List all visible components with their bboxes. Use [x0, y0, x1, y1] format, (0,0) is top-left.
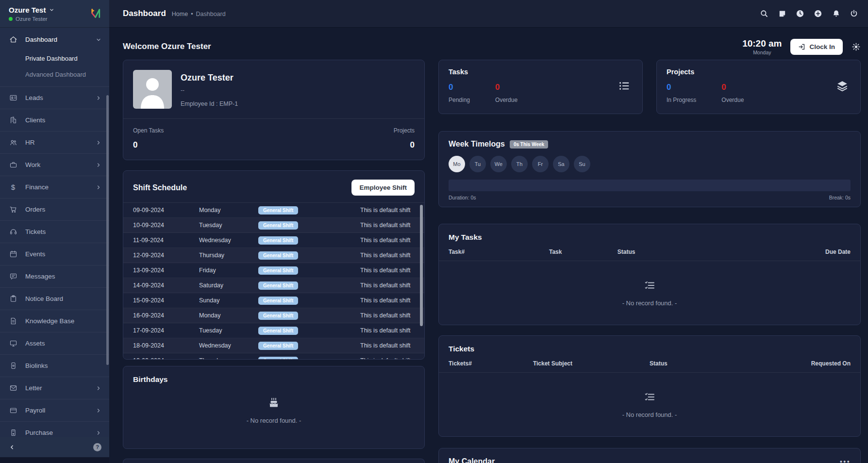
- weekday-fr[interactable]: Fr: [532, 156, 549, 172]
- shift-table-scrollbar[interactable]: [420, 205, 423, 326]
- sidebar-item-finance[interactable]: $Finance: [0, 176, 109, 198]
- weekday-sa[interactable]: Sa: [553, 156, 569, 172]
- shift-badge: General Shift: [258, 342, 298, 350]
- power-icon[interactable]: [850, 9, 858, 18]
- notifications-icon[interactable]: [832, 9, 840, 18]
- projects-card-title: Projects: [667, 68, 851, 76]
- payroll-icon: [9, 406, 17, 415]
- sidebar-subitem-advanced-dashboard[interactable]: Advanced Dashboard: [0, 66, 109, 83]
- orders-icon: [9, 205, 17, 214]
- sidebar: Ozure Test Ozure Tester Dashboard: [0, 0, 109, 463]
- shift-day: Thursday: [199, 357, 258, 359]
- weekday-tu[interactable]: Tu: [469, 156, 486, 172]
- clock-in-button[interactable]: Clock In: [790, 39, 843, 55]
- shift-row: 11-09-2024WednesdayGeneral ShiftThis is …: [123, 233, 424, 248]
- shift-row: 14-09-2024SaturdayGeneral ShiftThis is d…: [123, 278, 424, 293]
- weekday-su[interactable]: Su: [574, 156, 590, 172]
- breadcrumb-home[interactable]: Home: [172, 11, 188, 17]
- sidebar-item-work[interactable]: Work: [0, 154, 109, 176]
- weekday-th[interactable]: Th: [511, 156, 528, 172]
- column-header-requested-on: Requested On: [811, 360, 851, 367]
- time-day: Monday: [742, 50, 782, 55]
- chevron-down-icon: [96, 37, 101, 43]
- timelog-progress-bar: [449, 180, 851, 191]
- messages-icon: [9, 272, 17, 281]
- profile-employee-id: Employee Id : EMP-1: [181, 100, 238, 107]
- shift-badge: General Shift: [258, 281, 298, 290]
- sidebar-item-purchase[interactable]: Purchase: [0, 422, 109, 437]
- column-header-task-: Task#: [449, 248, 549, 255]
- sidebar-item-tickets[interactable]: Tickets: [0, 221, 109, 243]
- content-area: Welcome Ozure Tester 10:20 am Monday Clo…: [109, 28, 868, 463]
- sidebar-item-letter[interactable]: Letter: [0, 377, 109, 399]
- shift-note: This is default shift: [360, 282, 424, 289]
- notes-icon[interactable]: [778, 9, 786, 18]
- shift-note: This is default shift: [360, 222, 424, 229]
- clock-in-icon: [798, 43, 805, 50]
- knowledge-icon: [9, 317, 17, 326]
- sidebar-item-leads[interactable]: Leads: [0, 87, 109, 109]
- weekday-pills: MoTuWeThFrSaSu: [449, 156, 851, 172]
- help-icon[interactable]: ?: [93, 443, 101, 451]
- sidebar-item-orders[interactable]: Orders: [0, 198, 109, 220]
- online-status-dot: [9, 17, 13, 21]
- tickets-card: Tickets Tickets#Ticket SubjectStatusRequ…: [438, 335, 861, 437]
- shift-table: 09-09-2024MondayGeneral ShiftThis is def…: [123, 202, 424, 359]
- birthdays-title: Birthdays: [133, 375, 415, 384]
- shift-date: 18-09-2024: [133, 342, 199, 349]
- shift-note: This is default shift: [360, 267, 424, 274]
- sidebar-subitem-private-dashboard[interactable]: Private Dashboard: [0, 50, 109, 66]
- shift-schedule-card: Shift Schedule Employee Shift 09-09-2024…: [123, 170, 425, 360]
- tasks-pending-stat: 0 Pending: [449, 83, 470, 103]
- sidebar-item-clients[interactable]: Clients: [0, 109, 109, 131]
- sidebar-item-hr[interactable]: HR: [0, 132, 109, 153]
- shift-row: 16-09-2024MondayGeneral ShiftThis is def…: [123, 308, 424, 323]
- shift-note: This is default shift: [360, 327, 424, 334]
- add-icon[interactable]: [814, 9, 822, 18]
- sidebar-collapse-icon[interactable]: [9, 444, 15, 450]
- workspace-name[interactable]: Ozure Test: [9, 6, 46, 14]
- hr-icon: [9, 138, 17, 147]
- sidebar-item-knowledge-base[interactable]: Knowledge Base: [0, 310, 109, 332]
- tasks-card-title: Tasks: [449, 68, 633, 76]
- weekday-mo[interactable]: Mo: [449, 156, 465, 172]
- sidebar-item-messages[interactable]: Messages: [0, 265, 109, 287]
- sidebar-item-dashboard[interactable]: Dashboard: [0, 29, 109, 50]
- sidebar-item-payroll[interactable]: Payroll: [0, 399, 109, 421]
- sidebar-item-biolinks[interactable]: Biolinks: [0, 355, 109, 377]
- column-header-ticket-subject: Ticket Subject: [533, 360, 650, 367]
- avatar: [133, 70, 172, 109]
- shift-note: This is default shift: [360, 342, 424, 349]
- sidebar-scrollbar[interactable]: [106, 95, 109, 365]
- tickets-title: Tickets: [439, 336, 860, 360]
- shift-badge: General Shift: [258, 266, 298, 275]
- chevron-right-icon: [96, 385, 101, 391]
- app-logo-icon[interactable]: [88, 6, 102, 21]
- chevron-right-icon: [96, 162, 101, 168]
- employee-shift-button[interactable]: Employee Shift: [351, 180, 415, 196]
- home-icon: [9, 35, 17, 44]
- workspace-block[interactable]: Ozure Test Ozure Tester: [9, 6, 54, 22]
- shift-row: 18-09-2024WednesdayGeneral ShiftThis is …: [123, 338, 424, 353]
- shift-day: Wednesday: [199, 342, 258, 349]
- dashboard-settings-icon[interactable]: [851, 42, 861, 51]
- weekday-we[interactable]: We: [490, 156, 507, 172]
- my-calendar-title: My Calendar: [449, 457, 495, 463]
- leads-icon: [9, 94, 17, 102]
- chevron-right-icon: [96, 408, 101, 413]
- shift-day: Sunday: [199, 297, 258, 304]
- cake-icon: [268, 397, 280, 409]
- shift-date: 11-09-2024: [133, 237, 199, 244]
- search-icon[interactable]: [760, 9, 768, 18]
- sidebar-item-notice-board[interactable]: Notice Board: [0, 288, 109, 310]
- calendar-menu-icon[interactable]: ●●●: [840, 459, 851, 463]
- sidebar-item-assets[interactable]: Assets: [0, 332, 109, 354]
- time-value: 10:20 am: [742, 38, 782, 49]
- layers-icon: [836, 80, 849, 94]
- time-tracker-icon[interactable]: [796, 9, 804, 18]
- column-header-task: Task: [549, 248, 618, 255]
- column-header-status: Status: [650, 360, 811, 367]
- current-time: 10:20 am Monday: [742, 38, 782, 55]
- sidebar-nav: DashboardPrivate DashboardAdvanced Dashb…: [0, 28, 109, 437]
- sidebar-item-events[interactable]: Events: [0, 243, 109, 265]
